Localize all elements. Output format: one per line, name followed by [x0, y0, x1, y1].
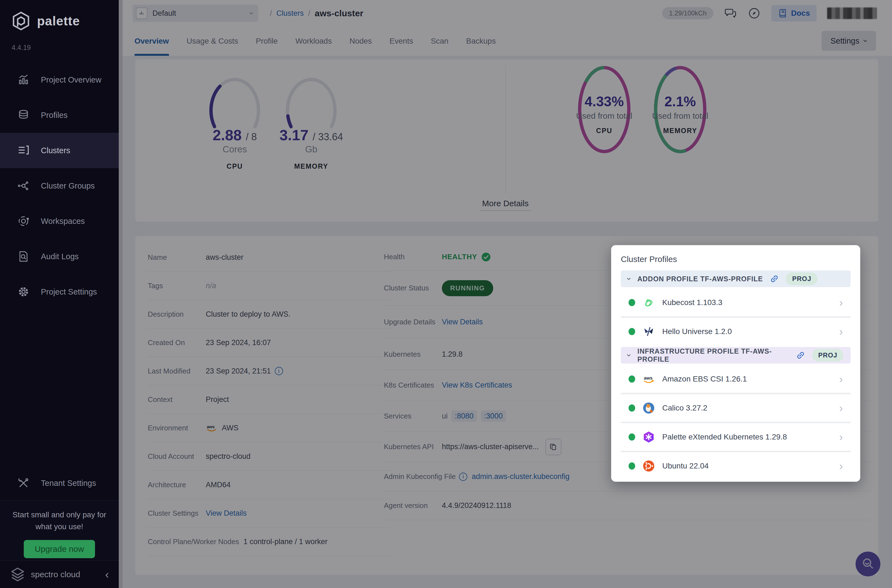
chevron-right-icon: ›	[839, 374, 843, 384]
profile-item-ubuntu[interactable]: Ubuntu 22.04 ›	[621, 452, 851, 480]
promo-text: Start small and only pay for what you us…	[0, 509, 119, 533]
sidebar-item-label: Tenant Settings	[41, 478, 96, 488]
tenant-settings-tools-icon	[17, 477, 30, 489]
aws-logo: aws	[642, 373, 655, 386]
calico-logo	[642, 402, 655, 414]
status-dot-icon	[629, 404, 635, 412]
clusters-icon	[17, 144, 30, 157]
workspaces-icon	[17, 215, 30, 228]
upgrade-now-button[interactable]: Upgrade now	[24, 540, 95, 558]
kubecost-logo	[642, 296, 655, 309]
footer-brand: spectro cloud	[31, 570, 80, 579]
profile-item-name: Hello Universe 1.2.0	[662, 327, 732, 336]
sidebar-footer: spectro cloud ‹	[0, 560, 119, 588]
sidebar-item-project-settings[interactable]: Project Settings	[0, 274, 119, 309]
chevron-right-icon: ›	[839, 432, 843, 442]
hello-universe-logo	[642, 325, 655, 338]
status-dot-icon	[629, 462, 635, 470]
scope-badge: PROJ	[786, 273, 817, 285]
brand-name: palette	[37, 14, 80, 28]
infrastructure-profile-items: aws Amazon EBS CSI 1.26.1 ›	[621, 365, 851, 480]
scope-badge: PROJ	[812, 349, 843, 362]
sidebar-item-audit-logs[interactable]: Audit Logs	[0, 239, 119, 274]
sidebar-item-cluster-groups[interactable]: Cluster Groups	[0, 168, 119, 204]
sidebar-item-workspaces[interactable]: Workspaces	[0, 204, 119, 239]
project-settings-gear-icon	[17, 285, 30, 298]
upgrade-promo: Start small and only pay for what you us…	[0, 500, 119, 560]
sidebar-item-label: Profiles	[41, 111, 68, 120]
status-dot-icon	[629, 328, 635, 335]
chevron-right-icon: ›	[839, 460, 843, 471]
chevron-down-icon: ›	[625, 354, 634, 357]
sidebar-item-label: Audit Logs	[41, 252, 79, 261]
panel-title: Cluster Profiles	[621, 255, 851, 264]
status-dot-icon	[629, 299, 635, 306]
profile-item-name: Amazon EBS CSI 1.26.1	[662, 375, 747, 384]
sidebar-item-label: Clusters	[41, 146, 70, 155]
cluster-groups-icon	[17, 179, 30, 192]
addon-profile-items: Kubecost 1.103.3 › Hello Universe 1.2.0 …	[621, 289, 851, 345]
profile-item-name: Kubecost 1.103.3	[662, 298, 722, 307]
palette-pxk-logo	[642, 430, 655, 443]
profile-item-kubecost[interactable]: Kubecost 1.103.3 ›	[621, 289, 851, 316]
addon-profile-header[interactable]: › ADDON PROFILE TF-AWS-PROFILE PROJ	[621, 270, 851, 287]
spectro-cloud-logo-icon	[10, 567, 26, 582]
chevron-down-icon: ›	[625, 278, 634, 280]
profile-item-hello-universe[interactable]: Hello Universe 1.2.0 ›	[621, 318, 851, 345]
sidebar-item-profiles[interactable]: Profiles	[0, 98, 119, 133]
status-dot-icon	[629, 375, 635, 382]
profile-item-palette-extended-kubernetes[interactable]: Palette eXtended Kubernetes 1.29.8 ›	[621, 423, 851, 451]
sidebar-item-label: Project Overview	[41, 75, 101, 84]
link-chain-icon	[769, 274, 779, 284]
link-chain-icon	[796, 350, 806, 360]
sidebar-collapse-icon[interactable]: ‹	[105, 569, 109, 580]
chevron-right-icon: ›	[839, 297, 843, 308]
ubuntu-logo	[642, 460, 655, 472]
sidebar: palette 4.4.19 Project Overview	[0, 0, 119, 588]
app-version: 4.4.19	[12, 44, 31, 52]
profile-item-name: Ubuntu 22.04	[662, 462, 709, 470]
sidebar-item-clusters[interactable]: Clusters	[0, 133, 119, 168]
profile-item-calico[interactable]: Calico 3.27.2 ›	[621, 394, 851, 422]
sidebar-item-project-overview[interactable]: Project Overview	[0, 62, 119, 98]
project-overview-icon	[17, 74, 30, 86]
addon-profile-name: ADDON PROFILE TF-AWS-PROFILE	[637, 275, 763, 283]
profile-item-name: Calico 3.27.2	[662, 404, 707, 412]
svg-text:aws: aws	[644, 375, 653, 381]
infrastructure-profile-name: INFRASTRUCTURE PROFILE TF-AWS-PROFILE	[637, 347, 789, 363]
cluster-profiles-panel: Cluster Profiles › ADDON PROFILE TF-AWS-…	[611, 245, 860, 482]
chevron-right-icon: ›	[839, 402, 843, 414]
sidebar-item-label: Workspaces	[41, 217, 85, 226]
status-dot-icon	[629, 434, 635, 441]
sidebar-item-tenant-settings[interactable]: Tenant Settings	[0, 466, 119, 500]
profile-item-amazon-ebs-csi[interactable]: aws Amazon EBS CSI 1.26.1 ›	[621, 365, 851, 393]
audit-logs-icon	[17, 250, 30, 263]
sidebar-nav: Project Overview Profiles	[0, 62, 119, 309]
sidebar-item-label: Cluster Groups	[41, 182, 95, 190]
profiles-icon	[17, 109, 30, 122]
sidebar-item-label: Project Settings	[41, 287, 97, 297]
palette-hexagon-icon	[11, 11, 31, 31]
palette-logo: palette	[11, 11, 80, 31]
palette-console: palette 4.4.19 Project Overview	[0, 0, 892, 588]
profile-item-name: Palette eXtended Kubernetes 1.29.8	[662, 433, 787, 441]
infrastructure-profile-header[interactable]: › INFRASTRUCTURE PROFILE TF-AWS-PROFILE …	[621, 347, 851, 364]
chevron-right-icon: ›	[839, 326, 843, 337]
